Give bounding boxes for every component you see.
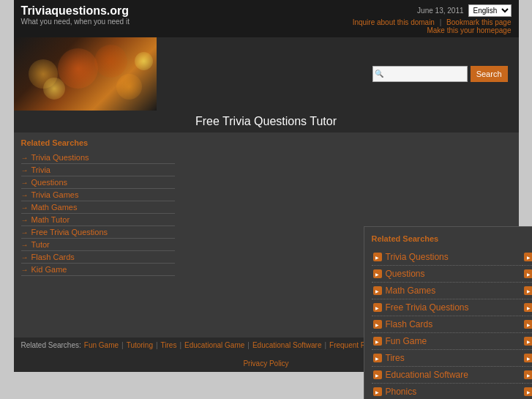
sidebar: Related Searches → Trivia Questions → Tr…: [14, 133, 182, 338]
footer-link-tires[interactable]: Tires: [161, 341, 177, 349]
page-title-bar: Free Trivia Questions Tutor: [14, 111, 519, 133]
bullet-icon-5: [373, 320, 382, 329]
bullet-icon-6: [373, 337, 382, 346]
related-item-left-6: Fun Game: [372, 333, 523, 350]
related-item-right-8: Frequent Flier Miles: [522, 367, 532, 384]
inquire-link[interactable]: Inquire about this domain: [353, 18, 435, 26]
bullet-icon-r4: [524, 303, 532, 312]
related-link-flash-cards[interactable]: Flash Cards: [386, 319, 433, 329]
related-link-free-trivia[interactable]: Free Trivia Questions: [386, 302, 469, 313]
sidebar-link-3[interactable]: Questions: [31, 178, 68, 187]
related-link-math-games[interactable]: Math Games: [386, 286, 436, 296]
related-item-right-9: Legal Questions: [522, 384, 532, 399]
search-wrapper: 🔍: [372, 66, 468, 82]
homepage-link-row: Make this your homepage: [353, 26, 512, 34]
footer-link-tutoring[interactable]: Tutoring: [127, 341, 153, 349]
sidebar-link-1[interactable]: Trivia Questions: [31, 153, 89, 162]
bullet-icon-2: [373, 269, 382, 278]
sidebar-item: → Flash Cards: [21, 251, 175, 264]
related-link-trivia-questions[interactable]: Trivia Questions: [386, 252, 449, 262]
bullet-icon-r1: [524, 253, 532, 261]
sidebar-item: → Trivia: [21, 164, 175, 176]
related-link-questions[interactable]: Questions: [386, 269, 425, 279]
sidebar-link-4[interactable]: Trivia Games: [31, 190, 79, 199]
bookmark-link[interactable]: Bookmark this page: [446, 18, 511, 26]
main-content: Related Searches → Trivia Questions → Tr…: [14, 133, 519, 338]
related-item-left-8: Educational Software: [372, 367, 523, 384]
overlay-title: Related Searches: [372, 234, 533, 243]
site-tagline: What you need, when you need it: [21, 18, 130, 26]
related-item-right-6: Tutoring: [522, 333, 532, 350]
bullet-icon-r2: [524, 269, 532, 278]
related-item-right-1: Trivia: [522, 249, 532, 266]
banner-image: [14, 37, 157, 111]
sidebar-item: → Trivia Games: [21, 189, 175, 201]
bokeh-5: [116, 74, 142, 100]
search-icon: 🔍: [375, 70, 383, 78]
sidebar-link-6[interactable]: Math Tutor: [31, 215, 70, 224]
arrow-icon-2: →: [21, 166, 29, 174]
homepage-link[interactable]: Make this your homepage: [427, 26, 511, 34]
sidebar-link-9[interactable]: Flash Cards: [31, 253, 75, 261]
footer-link-educational-software[interactable]: Educational Software: [252, 341, 322, 349]
page-title: Free Trivia Questions Tutor: [14, 115, 519, 128]
site-title: Triviaquestions.org: [21, 4, 130, 18]
bullet-icon-r3: [524, 286, 532, 295]
sidebar-item: → Kid Game: [21, 264, 175, 276]
related-searches-overlay: Related Searches Trivia Questions Trivia…: [364, 226, 533, 399]
bullet-icon-1: [373, 253, 382, 261]
sidebar-link-8[interactable]: Tutor: [31, 240, 50, 249]
footer-link-fun-game[interactable]: Fun Game: [84, 341, 119, 349]
related-item-left-4: Free Trivia Questions: [372, 299, 523, 316]
search-button[interactable]: Search: [471, 66, 508, 82]
related-link-fun-game[interactable]: Fun Game: [386, 336, 427, 346]
bullet-icon-r5: [524, 320, 532, 329]
related-item-right-7: Educational Game: [522, 350, 532, 367]
sidebar-link-2[interactable]: Trivia: [31, 165, 50, 174]
related-item-left-5: Flash Cards: [372, 316, 523, 333]
bullet-icon-r9: [524, 387, 532, 396]
bokeh-3: [43, 78, 65, 100]
sidebar-item: → Trivia Questions: [21, 152, 175, 164]
bullet-icon-9: [373, 387, 382, 396]
related-item-left-2: Questions: [372, 266, 523, 283]
header-links: Inquire about this domain | Bookmark thi…: [353, 18, 512, 26]
sidebar-title: Related Searches: [21, 138, 175, 147]
bullet-icon-r6: [524, 337, 532, 346]
related-grid: Trivia Questions Trivia Questions Trivia…: [372, 249, 533, 399]
arrow-icon-5: →: [21, 204, 29, 212]
footer-link-educational-game[interactable]: Educational Game: [184, 341, 244, 349]
bullet-icon-3: [373, 286, 382, 295]
sidebar-link-5[interactable]: Math Games: [31, 203, 78, 212]
bokeh-6: [135, 52, 153, 70]
related-item-left-3: Math Games: [372, 283, 523, 299]
date-lang-row: June 13, 2011 English: [353, 4, 512, 17]
sidebar-item: → Questions: [21, 176, 175, 189]
bokeh-4: [94, 45, 127, 78]
content-wrapper: Related Searches Trivia Questions Trivia…: [182, 133, 519, 338]
arrow-icon-3: →: [21, 179, 29, 187]
bullet-icon-4: [373, 303, 382, 312]
language-select[interactable]: English: [468, 4, 512, 17]
arrow-icon-9: →: [21, 253, 29, 261]
related-item-left-9: Phonics: [372, 384, 523, 399]
arrow-icon-7: →: [21, 228, 29, 236]
sidebar-item: → Math Tutor: [21, 214, 175, 226]
site-header: Triviaquestions.org What you need, when …: [14, 0, 519, 37]
banner: 🔍 Search: [14, 37, 519, 111]
arrow-icon-4: →: [21, 191, 29, 199]
sidebar-link-10[interactable]: Kid Game: [31, 265, 67, 274]
related-link-educational-software[interactable]: Educational Software: [386, 370, 468, 380]
bullet-icon-8: [373, 370, 382, 379]
footer-label: Related Searches:: [21, 341, 81, 349]
sidebar-item: → Free Trivia Questions: [21, 226, 175, 239]
bullet-icon-r8: [524, 370, 532, 379]
sidebar-link-7[interactable]: Free Trivia Questions: [31, 228, 108, 236]
related-link-phonics[interactable]: Phonics: [386, 387, 417, 397]
related-item-right-2: Trivia Games: [522, 266, 532, 283]
related-link-tires[interactable]: Tires: [386, 353, 405, 363]
privacy-link[interactable]: Privacy Policy: [243, 359, 288, 368]
related-item-left-1: Trivia Questions: [372, 249, 523, 266]
search-input[interactable]: [372, 66, 468, 82]
sidebar-item: → Tutor: [21, 239, 175, 251]
